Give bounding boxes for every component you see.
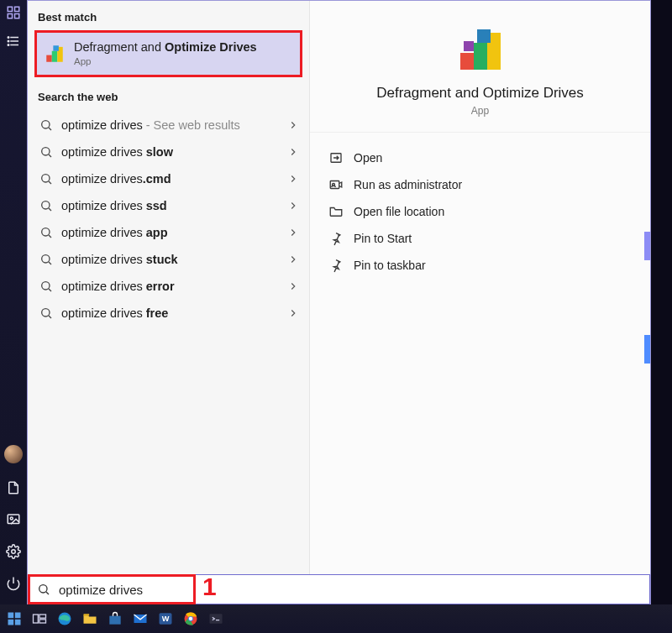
- annotation-callout-1: 1: [202, 573, 217, 601]
- chevron-right-icon: [287, 119, 299, 131]
- svg-point-18: [42, 120, 50, 128]
- action-label: Pin to taskbar: [354, 259, 426, 272]
- search-icon: [39, 118, 53, 132]
- admin-icon: [328, 177, 344, 192]
- action-pin-start[interactable]: Pin to Start: [325, 225, 642, 252]
- web-result-item[interactable]: optimize drives ssd: [28, 192, 309, 219]
- web-result-text: optimize drives free: [61, 306, 279, 320]
- svg-point-32: [42, 308, 50, 316]
- svg-line-43: [46, 592, 49, 594]
- best-match-item[interactable]: Defragment and Optimize Drives App: [34, 30, 302, 77]
- action-open-location[interactable]: Open file location: [325, 198, 642, 225]
- best-match-subtitle: App: [74, 55, 257, 67]
- svg-point-22: [42, 174, 50, 181]
- rail-top-group: [6, 5, 21, 49]
- chevron-right-icon: [287, 146, 299, 158]
- svg-rect-53: [109, 616, 120, 625]
- svg-point-28: [42, 254, 50, 262]
- chrome-icon[interactable]: [181, 609, 200, 628]
- pictures-icon[interactable]: [6, 512, 21, 527]
- action-open[interactable]: Open: [325, 144, 642, 171]
- svg-rect-35: [474, 43, 487, 70]
- right-accent-bar: [644, 232, 650, 260]
- chevron-right-icon: [287, 254, 299, 265]
- web-result-text: optimize drives app: [61, 226, 279, 239]
- web-result-text: optimize drives - See web results: [61, 118, 279, 132]
- best-match-title-plain: Defragment and: [74, 40, 165, 54]
- start-left-rail: [0, 0, 27, 604]
- defrag-large-icon: [454, 23, 507, 76]
- svg-rect-2: [8, 14, 12, 18]
- taskview-icon[interactable]: [30, 609, 49, 628]
- settings-icon[interactable]: [6, 544, 21, 559]
- taskbar: W: [0, 604, 672, 633]
- search-web-label: Search the web: [28, 87, 309, 108]
- svg-line-27: [49, 235, 51, 238]
- web-result-item[interactable]: optimize drives stuck: [28, 246, 309, 273]
- web-result-text: optimize drives ssd: [61, 199, 279, 212]
- details-actions: Open Run as administrator Open file loca…: [310, 133, 650, 287]
- web-result-text: optimize drives error: [61, 280, 279, 293]
- svg-rect-46: [8, 620, 14, 625]
- details-subtitle: App: [320, 105, 640, 117]
- explorer-icon[interactable]: [81, 609, 99, 628]
- web-result-item[interactable]: optimize drives app: [28, 219, 309, 246]
- action-pin-taskbar[interactable]: Pin to taskbar: [325, 252, 642, 279]
- svg-rect-49: [39, 615, 46, 618]
- edge-icon[interactable]: [55, 609, 74, 628]
- svg-point-7: [8, 37, 9, 39]
- svg-line-33: [49, 316, 51, 318]
- web-result-item[interactable]: optimize drives.cmd: [28, 165, 309, 192]
- web-result-item[interactable]: optimize drives slow: [28, 139, 309, 165]
- web-result-text: optimize drives stuck: [61, 253, 279, 266]
- chevron-right-icon: [287, 200, 299, 212]
- svg-line-25: [49, 208, 51, 211]
- search-input[interactable]: [59, 575, 649, 604]
- results-column: Best match Defragment and Optimize Drive…: [28, 1, 310, 575]
- action-label: Pin to Start: [354, 232, 412, 245]
- svg-rect-15: [52, 51, 58, 62]
- search-icon: [37, 583, 50, 596]
- search-icon: [39, 145, 53, 159]
- svg-point-42: [39, 585, 47, 593]
- terminal-icon[interactable]: [207, 609, 225, 628]
- list-icon[interactable]: [6, 34, 21, 49]
- action-label: Open: [354, 151, 382, 165]
- search-icon: [39, 199, 53, 212]
- svg-rect-14: [46, 55, 52, 61]
- svg-point-30: [42, 281, 50, 289]
- avatar[interactable]: [4, 445, 23, 463]
- details-hero: Defragment and Optimize Drives App: [310, 1, 650, 133]
- mail-icon[interactable]: [131, 609, 150, 628]
- power-icon[interactable]: [6, 576, 21, 591]
- web-result-item[interactable]: optimize drives free: [28, 300, 309, 327]
- web-results-list: optimize drives - See web results optimi…: [28, 108, 309, 327]
- document-icon[interactable]: [6, 480, 21, 495]
- word-icon[interactable]: W: [156, 609, 175, 628]
- start-search-panel: Best match Defragment and Optimize Drive…: [27, 0, 651, 604]
- web-result-item[interactable]: optimize drives - See web results: [28, 112, 309, 139]
- svg-point-59: [189, 617, 192, 620]
- svg-rect-34: [460, 53, 474, 70]
- best-match-text: Defragment and Optimize Drives App: [74, 39, 257, 68]
- svg-rect-3: [15, 14, 19, 18]
- svg-point-26: [42, 228, 50, 235]
- apps-icon[interactable]: [6, 5, 21, 20]
- best-match-label: Best match: [28, 8, 309, 29]
- open-icon: [328, 150, 344, 165]
- chevron-right-icon: [287, 307, 299, 319]
- start-icon[interactable]: [5, 609, 24, 628]
- pin-start-icon: [328, 231, 344, 246]
- search-icon: [39, 226, 53, 239]
- best-match-title: Defragment and Optimize Drives: [74, 39, 257, 55]
- svg-rect-47: [15, 620, 21, 625]
- chevron-right-icon: [287, 280, 299, 292]
- right-accent-bar: [644, 335, 650, 364]
- details-column: Defragment and Optimize Drives App Open …: [310, 1, 650, 575]
- search-bar[interactable]: [28, 574, 650, 604]
- action-run-admin[interactable]: Run as administrator: [325, 171, 642, 198]
- web-result-text: optimize drives slow: [61, 145, 279, 159]
- store-icon[interactable]: [106, 609, 124, 628]
- svg-line-23: [49, 181, 51, 184]
- web-result-item[interactable]: optimize drives error: [28, 273, 309, 300]
